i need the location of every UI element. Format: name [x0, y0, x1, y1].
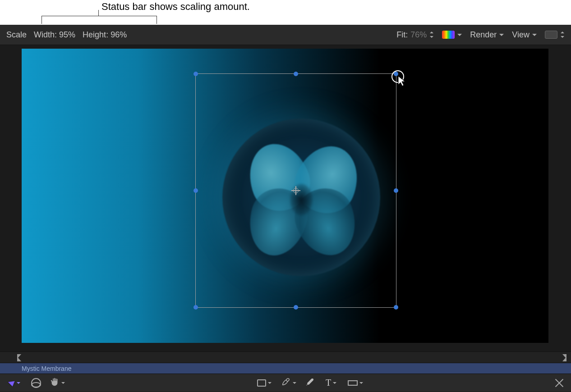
view-layout-icon [545, 31, 557, 39]
status-bar-right: Fit: 76% Render View [396, 30, 565, 40]
viewer [0, 45, 571, 363]
hand-icon [50, 377, 60, 388]
brush-icon [305, 377, 315, 389]
play-range-in-icon[interactable] [16, 352, 23, 363]
status-height-label: Height: [83, 30, 108, 39]
toolbar: T [0, 374, 571, 392]
paint-stroke-tool[interactable] [302, 376, 318, 390]
zoom-fit-control[interactable]: Fit: 76% [396, 30, 434, 40]
status-bar: Scale Width: 95% Height: 96% Fit: 76% Re… [0, 25, 571, 45]
scale-handle-mid-right[interactable] [394, 188, 398, 193]
3d-orbit-icon [31, 378, 41, 388]
chevron-down-icon [293, 382, 296, 384]
horizontal-scrollbar[interactable] [0, 351, 571, 363]
mask-rect-icon [348, 380, 358, 386]
status-bar-left: Scale Width: 95% Height: 96% [6, 30, 127, 40]
render-dropdown[interactable]: Render [470, 30, 504, 40]
zoom-fit-value: 76% [410, 30, 427, 40]
rectangle-icon [257, 379, 266, 387]
annotation-text: Status bar shows scaling amount. [101, 1, 250, 13]
text-tool[interactable]: T [320, 376, 342, 390]
play-range-out-icon[interactable] [561, 352, 567, 363]
expand-icon [555, 379, 563, 387]
pen-tool[interactable] [277, 376, 300, 390]
text-icon: T [326, 378, 331, 388]
scale-handle-top-mid[interactable] [294, 72, 298, 76]
scale-handle-bottom-right[interactable] [394, 305, 398, 310]
status-width-value: 95% [59, 30, 75, 39]
pen-icon [281, 377, 291, 389]
status-height-value: 96% [111, 30, 127, 39]
stepper-icon [429, 32, 434, 38]
canvas[interactable] [22, 49, 548, 343]
color-channel-dropdown[interactable] [442, 31, 462, 39]
cursor-arrow-icon [398, 76, 407, 87]
scale-handle-bottom-left[interactable] [193, 305, 198, 310]
render-label: Render [470, 30, 497, 40]
chevron-down-icon [532, 34, 537, 36]
selection-bounding-box[interactable] [195, 73, 396, 308]
chevron-down-icon [17, 382, 20, 384]
status-width-label: Width: [34, 30, 57, 39]
status-scale-label: Scale [6, 30, 27, 40]
anchor-point[interactable] [291, 186, 300, 195]
chevron-down-icon [61, 382, 65, 384]
status-width: Width: 95% [34, 30, 75, 40]
chevron-down-icon [499, 34, 504, 36]
annotation-area: Status bar shows scaling amount. [0, 0, 571, 25]
scale-handle-bottom-mid[interactable] [294, 305, 298, 310]
view-label: View [512, 30, 530, 40]
chevron-down-icon [333, 382, 336, 384]
pan-tool[interactable] [46, 376, 69, 390]
3d-transform-tool[interactable] [28, 376, 44, 390]
mini-timeline[interactable]: Mystic Membrane [0, 363, 571, 374]
status-height: Height: 96% [83, 30, 127, 40]
stepper-icon [560, 32, 565, 38]
color-spectrum-icon [442, 31, 455, 39]
view-layout-control[interactable] [545, 31, 565, 39]
zoom-fit-label: Fit: [396, 30, 408, 40]
scale-handle-mid-left[interactable] [193, 188, 198, 193]
mask-tool[interactable] [344, 376, 367, 390]
annotation-bracket-stem [98, 10, 99, 16]
chevron-down-icon [457, 34, 462, 36]
fullscreen-toggle[interactable] [551, 376, 567, 390]
select-tool[interactable] [4, 376, 26, 390]
view-dropdown[interactable]: View [512, 30, 537, 40]
annotation-bracket [41, 16, 157, 24]
app-frame: Scale Width: 95% Height: 96% Fit: 76% Re… [0, 25, 571, 392]
scale-handle-top-left[interactable] [193, 72, 198, 76]
shape-tool[interactable] [253, 376, 276, 390]
arrow-cursor-icon [8, 378, 16, 386]
chevron-down-icon [268, 382, 272, 384]
layer-name: Mystic Membrane [22, 365, 71, 372]
chevron-down-icon [359, 382, 363, 384]
